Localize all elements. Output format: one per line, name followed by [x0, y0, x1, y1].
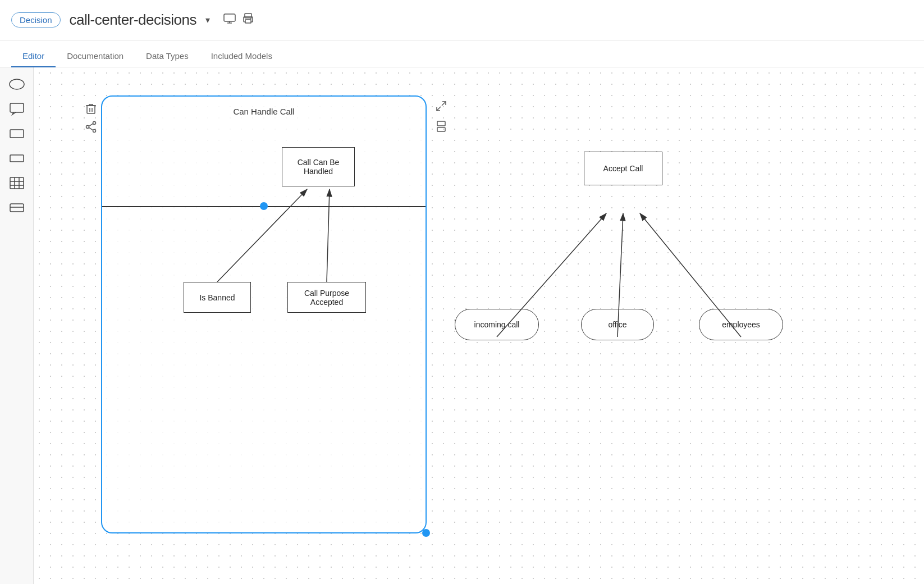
svg-point-6	[250, 19, 251, 20]
diagram-canvas[interactable]: Can Handle Call Call Can BeHandled Is Ba…	[34, 67, 924, 584]
office-label: office	[608, 320, 626, 329]
decision-badge[interactable]: Decision	[11, 12, 61, 28]
svg-rect-5	[245, 20, 251, 23]
svg-point-23	[93, 130, 96, 133]
delete-icon[interactable]	[83, 101, 99, 117]
incoming-call-label: incoming call	[474, 320, 520, 329]
page-title: call-center-decisions	[70, 11, 196, 29]
group-right-icons	[433, 98, 449, 134]
call-purpose-accepted-node[interactable]: Call PurposeAccepted	[287, 282, 366, 313]
svg-rect-0	[224, 14, 235, 21]
blue-dot-bottom	[422, 529, 430, 537]
incoming-call-node[interactable]: incoming call	[455, 309, 539, 340]
call-purpose-accepted-label: Call PurposeAccepted	[304, 289, 349, 307]
group-label: Can Handle Call	[102, 107, 426, 116]
svg-point-22	[86, 126, 89, 129]
can-handle-call-group[interactable]: Can Handle Call Call Can BeHandled Is Ba…	[101, 95, 427, 533]
tab-editor[interactable]: Editor	[11, 45, 56, 67]
left-toolbar	[0, 67, 34, 584]
svg-line-27	[437, 107, 441, 111]
svg-rect-10	[10, 155, 24, 162]
svg-point-7	[10, 79, 24, 89]
group-tool-button[interactable]	[6, 198, 28, 218]
svg-rect-28	[437, 121, 445, 126]
svg-rect-9	[10, 130, 24, 138]
canvas-toolbar	[83, 101, 99, 135]
rect-tool-button[interactable]	[6, 124, 28, 144]
call-can-be-handled-label: Call Can BeHandled	[298, 158, 340, 176]
svg-line-32	[327, 189, 330, 282]
svg-rect-3	[245, 13, 251, 18]
svg-line-26	[442, 102, 446, 106]
expand-icon[interactable]	[433, 98, 449, 114]
table-tool-button[interactable]	[6, 173, 28, 193]
collapse-icon[interactable]	[433, 118, 449, 134]
svg-rect-16	[10, 204, 24, 212]
blue-dot-left	[260, 202, 268, 210]
svg-rect-29	[437, 127, 445, 131]
is-banned-node[interactable]: Is Banned	[184, 282, 251, 313]
office-node[interactable]: office	[581, 309, 654, 340]
oval-tool-button[interactable]	[6, 74, 28, 94]
call-can-be-handled-node[interactable]: Call Can BeHandled	[282, 147, 355, 186]
employees-label: employees	[722, 320, 760, 329]
is-banned-label: Is Banned	[199, 293, 235, 302]
share-icon[interactable]	[83, 119, 99, 135]
main-content: Can Handle Call Call Can BeHandled Is Ba…	[0, 67, 924, 584]
rect2-tool-button[interactable]	[6, 148, 28, 168]
accept-call-label: Accept Call	[603, 164, 643, 173]
svg-line-25	[89, 127, 93, 130]
accept-call-node[interactable]: Accept Call	[584, 152, 662, 185]
employees-node[interactable]: employees	[699, 309, 783, 340]
tab-included-models[interactable]: Included Models	[200, 45, 283, 67]
svg-point-21	[93, 122, 96, 125]
svg-line-24	[89, 124, 93, 126]
monitor-icon[interactable]	[223, 13, 236, 26]
svg-rect-8	[10, 103, 24, 112]
tab-documentation[interactable]: Documentation	[56, 45, 135, 67]
comment-tool-button[interactable]	[6, 99, 28, 119]
header-icons	[223, 13, 254, 27]
svg-rect-18	[87, 106, 95, 113]
tab-data-types[interactable]: Data Types	[135, 45, 200, 67]
group-connections-svg	[102, 97, 426, 532]
print-icon[interactable]	[243, 13, 254, 27]
title-dropdown-button[interactable]: ▾	[205, 15, 210, 25]
header: Decision call-center-decisions ▾	[0, 0, 924, 40]
tabs-bar: Editor Documentation Data Types Included…	[0, 40, 924, 67]
svg-rect-11	[10, 177, 24, 189]
